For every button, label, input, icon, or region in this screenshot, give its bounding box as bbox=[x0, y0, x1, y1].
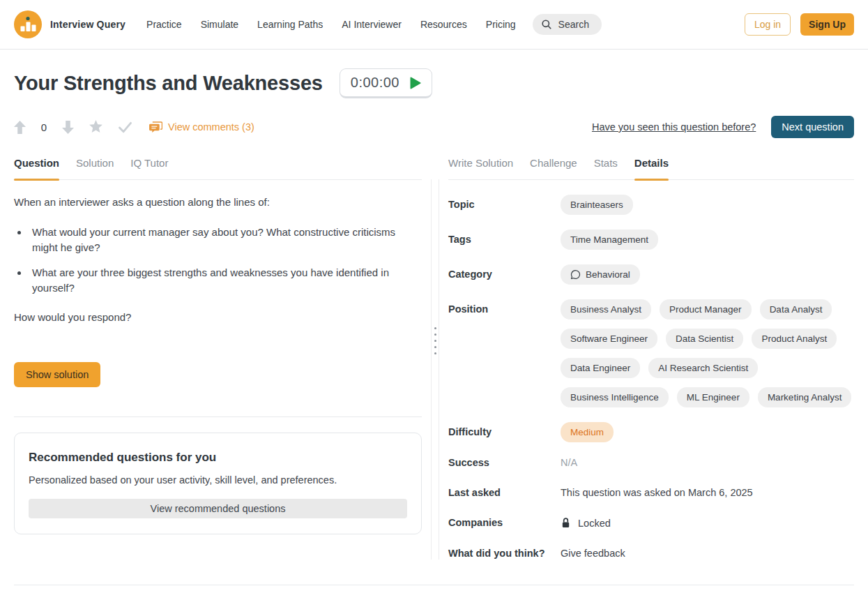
companies-locked-label: Locked bbox=[578, 518, 611, 529]
nav-pricing[interactable]: Pricing bbox=[486, 19, 516, 30]
main-nav: Practice Simulate Learning Paths AI Inte… bbox=[146, 19, 516, 30]
position-chip[interactable]: Business Analyst bbox=[561, 299, 651, 320]
question-bullet: What would your current manager say abou… bbox=[29, 225, 419, 255]
position-label: Position bbox=[448, 299, 561, 315]
vote-count: 0 bbox=[40, 121, 47, 133]
last-asked-value: This question was asked on March 6, 2025 bbox=[561, 487, 753, 498]
nav-practice[interactable]: Practice bbox=[146, 19, 182, 30]
feedback-label: What did you think? bbox=[448, 548, 561, 559]
two-column-layout: Question Solution IQ Tutor When an inter… bbox=[14, 153, 854, 578]
detail-row-topic: Topic Brainteasers bbox=[448, 195, 854, 215]
tab-question[interactable]: Question bbox=[14, 153, 59, 179]
position-chip[interactable]: Software Engineer bbox=[561, 329, 657, 349]
footer-divider bbox=[14, 585, 854, 585]
bar-chart-logo-icon bbox=[14, 10, 42, 38]
downvote-arrow-icon[interactable] bbox=[62, 121, 74, 134]
question-body: When an interviewer asks a question alon… bbox=[14, 195, 422, 325]
main-content: Your Strengths and Weaknesses 0:00:00 0 bbox=[0, 68, 868, 578]
chat-bubbles-icon bbox=[149, 121, 162, 133]
column-divider bbox=[422, 153, 448, 578]
nav-simulate[interactable]: Simulate bbox=[201, 19, 238, 30]
position-chip[interactable]: Data Engineer bbox=[561, 358, 640, 378]
brand-name: Interview Query bbox=[50, 19, 125, 30]
last-asked-label: Last asked bbox=[448, 487, 561, 498]
view-recommended-button[interactable]: View recommended questions bbox=[29, 499, 407, 518]
position-chip[interactable]: ML Engineer bbox=[677, 387, 749, 407]
left-tabbar: Question Solution IQ Tutor bbox=[14, 153, 422, 180]
details-panel: Write Solution Challenge Stats Details T… bbox=[448, 153, 854, 578]
right-tabbar: Write Solution Challenge Stats Details bbox=[448, 153, 854, 180]
recommended-title: Recommended questions for you bbox=[29, 451, 407, 465]
position-chip[interactable]: Data Scientist bbox=[666, 329, 743, 349]
timer-box: 0:00:00 bbox=[340, 68, 432, 98]
search-button[interactable]: Search bbox=[533, 14, 602, 35]
category-chip[interactable]: Behavioral bbox=[561, 264, 640, 285]
question-bullet-list: What would your current manager say abou… bbox=[14, 225, 422, 296]
right-actions: Have you seen this question before? Next… bbox=[592, 116, 854, 138]
success-label: Success bbox=[448, 457, 561, 468]
nav-resources[interactable]: Resources bbox=[420, 19, 467, 30]
brand-logo-link[interactable]: Interview Query bbox=[14, 10, 125, 38]
drag-handle-dots-icon bbox=[434, 327, 436, 354]
upvote-arrow-icon[interactable] bbox=[14, 121, 26, 134]
section-divider bbox=[14, 416, 422, 417]
login-button[interactable]: Log in bbox=[745, 13, 791, 36]
tag-chip[interactable]: Time Management bbox=[561, 230, 658, 250]
page-title: Your Strengths and Weaknesses bbox=[14, 72, 323, 95]
position-chip[interactable]: Product Manager bbox=[660, 299, 752, 320]
auth-buttons: Log in Sign Up bbox=[745, 13, 854, 36]
tab-details[interactable]: Details bbox=[634, 153, 669, 179]
topic-chip[interactable]: Brainteasers bbox=[561, 195, 633, 215]
detail-row-position: Position Business Analyst Product Manage… bbox=[448, 299, 854, 407]
show-solution-button[interactable]: Show solution bbox=[14, 362, 100, 387]
detail-row-category: Category Behavioral bbox=[448, 264, 854, 285]
position-chip[interactable]: Product Analyst bbox=[752, 329, 837, 349]
question-panel: Question Solution IQ Tutor When an inter… bbox=[14, 153, 422, 578]
difficulty-label: Difficulty bbox=[448, 422, 561, 437]
bookmark-star-icon[interactable] bbox=[89, 120, 103, 134]
drag-handle[interactable] bbox=[431, 179, 439, 560]
detail-row-tags: Tags Time Management bbox=[448, 230, 854, 250]
tab-stats[interactable]: Stats bbox=[594, 153, 618, 179]
lock-icon bbox=[561, 517, 571, 529]
question-actions-row: 0 bbox=[14, 116, 854, 138]
signup-button[interactable]: Sign Up bbox=[800, 13, 854, 36]
details-list: Topic Brainteasers Tags Time Management … bbox=[448, 195, 854, 559]
detail-row-companies: Companies Locked bbox=[448, 517, 854, 529]
detail-row-feedback: What did you think? Give feedback bbox=[448, 548, 854, 559]
search-label: Search bbox=[558, 19, 589, 30]
detail-row-difficulty: Difficulty Medium bbox=[448, 422, 854, 442]
speech-bubble-icon bbox=[570, 269, 581, 280]
search-icon bbox=[541, 19, 552, 30]
position-chips: Business Analyst Product Manager Data An… bbox=[561, 299, 854, 407]
play-icon[interactable] bbox=[410, 77, 421, 89]
question-intro: When an interviewer asks a question alon… bbox=[14, 195, 422, 210]
tab-solution[interactable]: Solution bbox=[76, 153, 114, 179]
recommended-questions-card: Recommended questions for you Personaliz… bbox=[14, 433, 422, 534]
tab-iq-tutor[interactable]: IQ Tutor bbox=[130, 153, 168, 179]
companies-locked[interactable]: Locked bbox=[561, 517, 611, 529]
view-comments-link[interactable]: View comments (3) bbox=[149, 121, 254, 133]
nav-learning-paths[interactable]: Learning Paths bbox=[257, 19, 323, 30]
position-chip[interactable]: AI Research Scientist bbox=[648, 358, 758, 378]
success-value: N/A bbox=[561, 457, 577, 468]
nav-ai-interviewer[interactable]: AI Interviewer bbox=[342, 19, 402, 30]
next-question-button[interactable]: Next question bbox=[771, 116, 854, 138]
timer-value: 0:00:00 bbox=[351, 75, 399, 91]
title-row: Your Strengths and Weaknesses 0:00:00 bbox=[14, 68, 854, 98]
tab-write-solution[interactable]: Write Solution bbox=[448, 153, 513, 179]
detail-row-success: Success N/A bbox=[448, 457, 854, 468]
companies-label: Companies bbox=[448, 517, 561, 528]
tab-challenge[interactable]: Challenge bbox=[530, 153, 577, 179]
category-label: Category bbox=[448, 264, 561, 280]
topic-label: Topic bbox=[448, 195, 561, 210]
give-feedback-link[interactable]: Give feedback bbox=[561, 548, 625, 559]
position-chip[interactable]: Marketing Analyst bbox=[758, 387, 852, 407]
top-navigation-bar: Interview Query Practice Simulate Learni… bbox=[0, 0, 868, 50]
position-chip[interactable]: Business Intelligence bbox=[561, 387, 669, 407]
check-icon[interactable] bbox=[118, 121, 132, 133]
view-comments-label: View comments (3) bbox=[168, 121, 254, 133]
position-chip[interactable]: Data Analyst bbox=[760, 299, 832, 320]
detail-row-last-asked: Last asked This question was asked on Ma… bbox=[448, 487, 854, 498]
seen-before-link[interactable]: Have you seen this question before? bbox=[592, 121, 756, 133]
